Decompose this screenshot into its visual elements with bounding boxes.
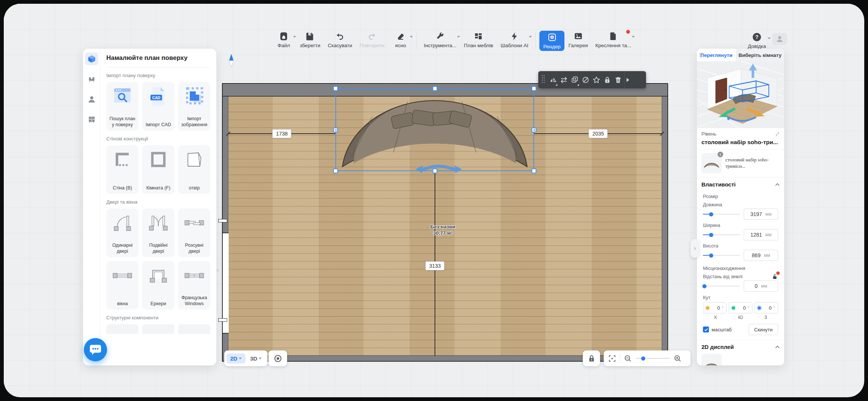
card-double-door[interactable]: Подвійні двері — [142, 209, 174, 257]
rail-item-people[interactable] — [85, 93, 98, 106]
favorite-star-icon[interactable] — [591, 71, 602, 88]
room-3d-preview[interactable] — [697, 61, 784, 128]
resize-handle-top-left[interactable] — [333, 86, 338, 91]
rail-item-floorplan[interactable] — [85, 52, 98, 65]
card-placeholder[interactable] — [142, 324, 174, 334]
elevation-slider[interactable] — [703, 280, 740, 292]
width-input[interactable]: 1281 мм — [744, 229, 778, 240]
toolbar-label: План меблів — [464, 43, 493, 48]
angle-z-input[interactable]: 0 ° — [755, 302, 778, 313]
card-import-image[interactable]: Імпорт зображення — [178, 82, 210, 131]
rail-item-storage[interactable] — [85, 113, 98, 126]
height-slider[interactable] — [703, 250, 740, 261]
help-button[interactable]: ? Довідка — [748, 32, 766, 49]
card-search-floorplan[interactable]: Пошук план у поверху — [106, 82, 138, 131]
slider-thumb[interactable] — [709, 233, 713, 237]
card-opening[interactable]: отвір — [178, 145, 210, 194]
delete-trash-icon[interactable] — [613, 71, 624, 88]
drag-dots-icon[interactable] — [699, 52, 703, 58]
display-2d-thumbnail[interactable] — [701, 354, 722, 365]
resize-handle-top-right[interactable] — [532, 86, 536, 91]
length-slider[interactable] — [703, 209, 740, 220]
zoom-in-icon[interactable] — [674, 355, 682, 362]
resize-handle-middle-left[interactable] — [333, 127, 338, 132]
dimension-label-right[interactable]: 2035 — [588, 129, 607, 138]
zoom-out-icon[interactable] — [624, 355, 632, 362]
lock-icon[interactable] — [602, 71, 613, 88]
card-placeholder[interactable] — [178, 324, 210, 334]
file-button[interactable]: Файл — [272, 31, 296, 49]
height-input[interactable]: 869 мм — [744, 250, 778, 261]
panel-expander[interactable]: › — [691, 239, 699, 258]
width-slider[interactable] — [703, 229, 740, 240]
card-room[interactable]: Кімната (F) — [142, 145, 174, 194]
furniture-plan-button[interactable]: План меблів — [460, 31, 496, 49]
slider-thumb[interactable] — [709, 253, 713, 258]
card-single-door[interactable]: Одинарні двері — [106, 209, 138, 257]
main-toolbar: Файл зберегти Скасувати Повторити ясно І… — [272, 31, 634, 51]
undo-button[interactable]: Скасувати — [325, 31, 356, 49]
tools-button[interactable]: Інструмента... — [420, 31, 460, 49]
ai-templates-icon — [509, 31, 519, 41]
drawings-button[interactable]: Креслення та... — [592, 31, 634, 49]
zoom-slider-thumb[interactable] — [641, 356, 645, 361]
item-thumbnail[interactable]: i — [701, 153, 722, 173]
angle-x-input[interactable]: 0 ° — [703, 302, 727, 313]
people-icon — [87, 95, 96, 104]
gallery-button[interactable]: Галерея — [565, 31, 591, 49]
clear-button[interactable]: ясно — [389, 31, 412, 49]
expand-right-icon[interactable] — [624, 71, 631, 88]
dimension-label-bottom[interactable]: 3133 — [425, 261, 444, 270]
chat-button[interactable] — [84, 338, 107, 361]
room-label[interactable]: Без назви 30,77 м² — [430, 224, 456, 237]
resize-handle-bottom-right[interactable] — [532, 168, 536, 173]
level-row: Рівень — [697, 128, 784, 137]
mode-3d-button[interactable]: 3D — [246, 353, 265, 364]
tab-select-room[interactable]: Виберіть кімнату — [736, 49, 784, 61]
rail-item-furniture[interactable] — [85, 73, 98, 85]
card-window[interactable]: вікна — [106, 261, 138, 310]
slider-thumb[interactable] — [709, 212, 713, 216]
card-placeholder[interactable] — [106, 324, 138, 334]
card-import-cad[interactable]: CAD Імпорт CAD — [142, 82, 174, 131]
elevation-input[interactable]: 0 мм — [744, 280, 778, 292]
reset-button[interactable]: Скинути — [749, 324, 778, 335]
visibility-button[interactable] — [268, 350, 287, 366]
rotate-handle[interactable] — [414, 161, 463, 175]
slider-thumb[interactable] — [702, 284, 706, 288]
scale-checkbox[interactable]: масштаб — [703, 326, 732, 332]
dimension-label-left[interactable]: 1738 — [272, 129, 291, 138]
card-bay-window[interactable]: Еркери — [142, 261, 174, 310]
card-french-window[interactable]: Французька Windows — [178, 261, 210, 310]
swap-icon[interactable] — [558, 71, 569, 88]
card-wall[interactable]: Стіна (B) — [106, 145, 138, 194]
flip-horizontal-icon[interactable] — [548, 71, 558, 88]
selection-box[interactable] — [335, 88, 534, 171]
mode-2d-button[interactable]: 2D — [226, 353, 246, 364]
redo-button[interactable]: Повторити — [356, 31, 388, 49]
resize-handle-top-center[interactable] — [432, 86, 437, 91]
canvas-lock-button[interactable] — [583, 350, 600, 366]
card-sliding-door[interactable]: Розсувні двері — [178, 209, 210, 257]
properties-header[interactable]: Властивості — [697, 177, 784, 191]
wall-right[interactable] — [662, 97, 667, 361]
expand-icon[interactable] — [775, 133, 780, 136]
tab-view[interactable]: Переглянути — [697, 49, 736, 61]
hide-icon[interactable] — [580, 71, 591, 88]
ai-templates-button[interactable]: Шаблони AI — [497, 31, 532, 49]
drag-handle-icon[interactable] — [538, 75, 548, 85]
elevation-lock[interactable] — [772, 274, 778, 279]
display-2d-header[interactable]: 2D дисплей — [697, 340, 784, 354]
fit-screen-icon[interactable] — [608, 355, 616, 362]
selected-item-row[interactable]: i столовий набір soho-тримісн... — [697, 149, 784, 177]
info-icon[interactable]: i — [718, 152, 723, 157]
resize-handle-bottom-left[interactable] — [333, 168, 338, 173]
zoom-slider[interactable] — [636, 355, 670, 362]
resize-handle-middle-right[interactable] — [532, 127, 536, 132]
avatar[interactable] — [772, 33, 787, 45]
duplicate-icon[interactable] — [569, 71, 580, 88]
angle-y-input[interactable]: 0 ° — [729, 302, 752, 313]
render-button[interactable]: Рендер — [539, 31, 564, 51]
length-input[interactable]: 3197 мм — [744, 209, 778, 220]
save-button[interactable]: зберегти — [296, 31, 324, 49]
